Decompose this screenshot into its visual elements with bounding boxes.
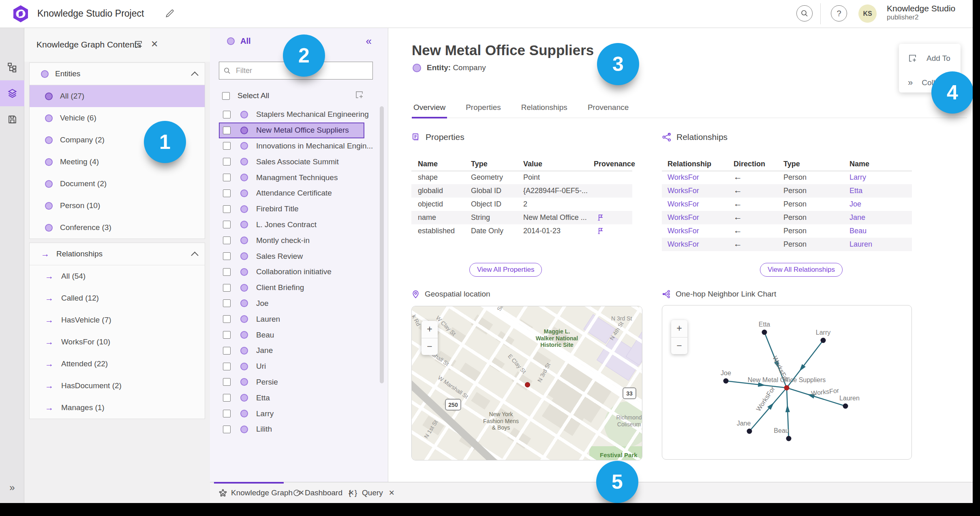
sidebar-item-entity[interactable]: Document (2) <box>30 173 205 195</box>
item-checkbox[interactable] <box>223 158 231 166</box>
table-link[interactable]: WorksFor <box>668 173 699 182</box>
add-to-new-icon[interactable] <box>134 40 143 49</box>
collapse-chevron-icon[interactable] <box>191 252 198 259</box>
list-item[interactable]: Managment Techniques <box>219 170 364 185</box>
provenance-flag-icon[interactable] <box>597 227 604 234</box>
list-item[interactable]: Staplers Mechanical Engineering <box>219 107 364 123</box>
item-checkbox[interactable] <box>223 252 231 260</box>
list-item[interactable]: Larry <box>219 406 364 421</box>
item-checkbox[interactable] <box>223 174 231 181</box>
list-item[interactable]: Innovations in Mechanical Engin... <box>219 138 364 154</box>
expand-rail-button[interactable]: » <box>0 482 24 493</box>
item-checkbox[interactable] <box>223 315 231 323</box>
relationships-section-header[interactable]: → Relationships <box>30 243 205 265</box>
graph-node[interactable] <box>821 338 826 343</box>
help-button[interactable]: ? <box>831 5 847 22</box>
avatar[interactable]: KS <box>858 4 877 23</box>
view-all-relationships-button[interactable]: View All Relationships <box>760 263 843 277</box>
tab-provenance[interactable]: Provenance <box>586 100 630 118</box>
table-link[interactable]: WorksFor <box>668 213 699 222</box>
zoom-in-button[interactable]: + <box>422 321 438 338</box>
table-link[interactable]: WorksFor <box>668 240 699 249</box>
item-checkbox[interactable] <box>223 378 231 386</box>
table-link[interactable]: Beau <box>849 227 867 235</box>
table-link[interactable]: WorksFor <box>668 187 699 195</box>
item-checkbox[interactable] <box>223 268 231 276</box>
zoom-out-button[interactable]: − <box>422 338 438 355</box>
table-link[interactable]: Joe <box>849 200 861 209</box>
list-item[interactable]: Joe <box>219 296 364 312</box>
item-checkbox[interactable] <box>223 142 231 150</box>
list-item[interactable]: Persie <box>219 374 364 390</box>
item-checkbox[interactable] <box>223 331 231 339</box>
scrollbar-thumb[interactable] <box>380 106 384 383</box>
table-link[interactable]: WorksFor <box>668 200 699 209</box>
item-checkbox[interactable] <box>223 394 231 402</box>
tab-overview[interactable]: Overview <box>412 100 447 118</box>
item-checkbox[interactable] <box>223 410 231 417</box>
close-tab-icon[interactable]: ✕ <box>389 488 395 497</box>
list-item[interactable]: Client Briefing <box>219 280 364 296</box>
sidebar-item-entity[interactable]: Conference (3) <box>30 217 205 239</box>
item-checkbox[interactable] <box>223 284 231 292</box>
item-checkbox[interactable] <box>223 236 231 244</box>
collapse-panel-icon[interactable]: « <box>366 35 372 47</box>
user-info[interactable]: Knowledge Studio publisher2 <box>887 4 955 22</box>
item-checkbox[interactable] <box>223 363 231 370</box>
app-logo-icon[interactable] <box>11 4 30 23</box>
sidebar-item-relationship[interactable]: →HasDocument (2) <box>30 375 205 397</box>
list-item[interactable]: Etta <box>219 390 364 406</box>
item-checkbox[interactable] <box>223 221 231 228</box>
table-link[interactable]: Etta <box>849 187 862 195</box>
add-to-menu-item[interactable]: Add To <box>899 49 961 68</box>
select-all-row[interactable]: Select All <box>210 88 388 103</box>
item-checkbox[interactable] <box>223 299 231 307</box>
list-item[interactable]: Jane <box>219 343 364 359</box>
graph-node[interactable] <box>786 436 792 441</box>
sidebar-item-relationship[interactable]: →Manages (1) <box>30 397 205 419</box>
graph-center-node[interactable] <box>784 385 790 391</box>
list-item[interactable]: Attendance Certificate <box>219 185 364 201</box>
table-link[interactable]: WorksFor <box>668 227 699 235</box>
list-item[interactable]: Beau <box>219 327 364 343</box>
hierarchy-icon[interactable] <box>0 54 24 80</box>
list-item[interactable]: Sales Review <box>219 248 364 264</box>
item-checkbox[interactable] <box>223 347 231 355</box>
list-item[interactable]: Montly check-in <box>219 232 364 248</box>
view-tab-query[interactable]: { }Query✕ <box>344 482 395 503</box>
zoom-out-button[interactable]: − <box>671 338 687 355</box>
search-button[interactable] <box>796 5 813 22</box>
list-item[interactable]: Lilith <box>219 421 364 437</box>
table-link[interactable]: Larry <box>849 173 866 182</box>
item-checkbox[interactable] <box>223 111 231 118</box>
sidebar-item-relationship[interactable]: →Attended (22) <box>30 353 205 375</box>
zoom-in-button[interactable]: + <box>671 320 687 338</box>
graph-node[interactable] <box>747 429 752 434</box>
list-item[interactable]: Sales Associate Summit <box>219 154 364 170</box>
sidebar-item-entity[interactable]: Person (10) <box>30 195 205 217</box>
save-icon[interactable] <box>0 106 24 132</box>
edit-title-icon[interactable] <box>165 8 175 19</box>
item-checkbox[interactable] <box>223 205 231 213</box>
link-chart-canvas[interactable]: EttaLarryJoeLaurenJaneBeauNew Metal Offi… <box>662 305 912 460</box>
add-to-new-icon[interactable] <box>355 90 364 100</box>
sidebar-item-entity[interactable]: All (27) <box>30 85 205 107</box>
view-all-properties-button[interactable]: View All Properties <box>469 263 542 277</box>
list-item[interactable]: L. Jones Contract <box>219 217 364 233</box>
close-icon[interactable]: ✕ <box>151 39 158 49</box>
tab-relationships[interactable]: Relationships <box>520 100 569 118</box>
select-all-checkbox[interactable] <box>222 92 230 100</box>
tab-properties[interactable]: Properties <box>464 100 503 118</box>
item-checkbox[interactable] <box>223 426 231 433</box>
item-checkbox[interactable] <box>223 189 231 197</box>
table-link[interactable]: Lauren <box>849 240 872 249</box>
sidebar-item-relationship[interactable]: →WorksFor (10) <box>30 331 205 353</box>
list-item[interactable]: Lauren <box>219 311 364 327</box>
list-item[interactable]: New Metal Office Suppliers <box>219 123 364 138</box>
list-item[interactable]: Uri <box>219 359 364 374</box>
list-item[interactable]: Firebird Title <box>219 201 364 217</box>
item-checkbox[interactable] <box>223 127 231 134</box>
sidebar-item-relationship[interactable]: →HasVehicle (7) <box>30 309 205 331</box>
entities-section-header[interactable]: Entities <box>30 63 205 85</box>
sidebar-item-relationship[interactable]: →Called (12) <box>30 287 205 309</box>
